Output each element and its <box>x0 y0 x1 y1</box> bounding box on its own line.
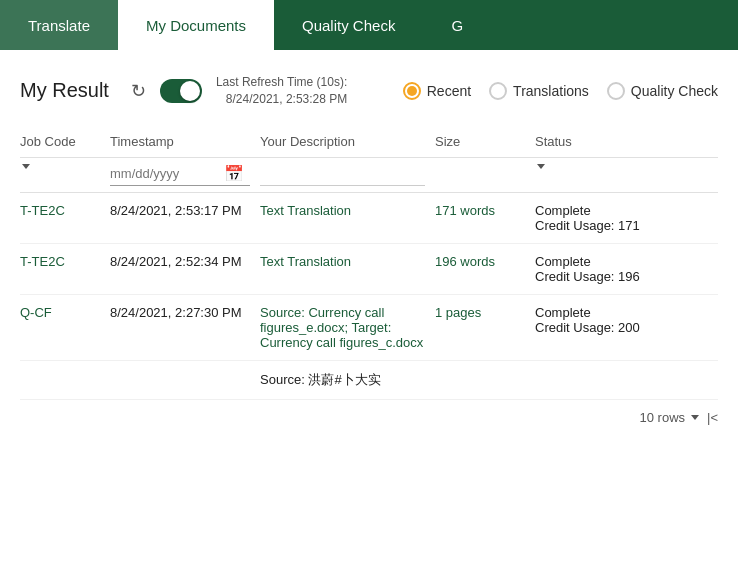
radio-quality-check-label: Quality Check <box>631 83 718 99</box>
col-header-status: Status <box>535 126 718 158</box>
job-code-value: T-TE2C <box>20 254 65 269</box>
cell-description: Source: Currency call figures_e.docx; Ta… <box>260 294 435 360</box>
refresh-time: Last Refresh Time (10s): 8/24/2021, 2:53… <box>216 74 347 108</box>
main-content: My Result ↻ Last Refresh Time (10s): 8/2… <box>0 50 738 445</box>
nav-first-page[interactable]: |< <box>707 410 718 425</box>
cell-description: Source: 洪蔚#卜大实 <box>260 360 435 399</box>
radio-quality-check-circle <box>607 82 625 100</box>
col-header-timestamp: Timestamp <box>110 126 260 158</box>
top-nav: Translate My Documents Quality Check G <box>0 0 738 50</box>
cell-job-code <box>20 360 110 399</box>
refresh-icon[interactable]: ↻ <box>131 80 146 102</box>
description-value: Source: 洪蔚#卜大实 <box>260 372 381 387</box>
nav-translate[interactable]: Translate <box>0 0 118 50</box>
cell-size <box>435 360 535 399</box>
auto-refresh-toggle[interactable] <box>160 79 202 103</box>
results-table: Job Code Timestamp Your Description Size… <box>20 126 718 400</box>
status-value: Complete <box>535 254 708 269</box>
size-value: 196 words <box>435 254 495 269</box>
table-row: T-TE2C 8/24/2021, 2:52:34 PM Text Transl… <box>20 243 718 294</box>
filter-timestamp[interactable]: 📅 <box>110 157 260 192</box>
cell-timestamp: 8/24/2021, 2:27:30 PM <box>110 294 260 360</box>
calendar-icon[interactable]: 📅 <box>224 164 244 183</box>
job-code-value: T-TE2C <box>20 203 65 218</box>
filter-description <box>260 157 435 192</box>
size-value: 171 words <box>435 203 495 218</box>
date-filter-wrap: 📅 <box>110 164 250 186</box>
filter-size <box>435 157 535 192</box>
table-filter-row: 📅 <box>20 157 718 192</box>
table-row: Q-CF 8/24/2021, 2:27:30 PM Source: Curre… <box>20 294 718 360</box>
cell-job-code: T-TE2C <box>20 192 110 243</box>
description-value: Source: Currency call figures_e.docx; Ta… <box>260 305 423 350</box>
job-code-value: Q-CF <box>20 305 52 320</box>
cell-size: 196 words <box>435 243 535 294</box>
radio-translations-circle <box>489 82 507 100</box>
toggle-thumb <box>180 81 200 101</box>
cell-size: 171 words <box>435 192 535 243</box>
chevron-down-icon <box>22 164 30 169</box>
cell-status <box>535 360 718 399</box>
status-value: Complete <box>535 305 708 320</box>
cell-size: 1 pages <box>435 294 535 360</box>
description-value: Text Translation <box>260 203 351 218</box>
credit-usage-value: Credit Usage: 200 <box>535 320 708 335</box>
filter-status[interactable] <box>535 157 718 192</box>
table-header-row: Job Code Timestamp Your Description Size… <box>20 126 718 158</box>
radio-translations-label: Translations <box>513 83 589 99</box>
radio-recent-label: Recent <box>427 83 471 99</box>
cell-timestamp: 8/24/2021, 2:52:34 PM <box>110 243 260 294</box>
table-footer: 10 rows |< <box>20 400 718 425</box>
cell-timestamp <box>110 360 260 399</box>
nav-my-documents[interactable]: My Documents <box>118 0 274 50</box>
status-value: Complete <box>535 203 708 218</box>
rows-label: 10 rows <box>640 410 686 425</box>
col-header-job-code: Job Code <box>20 126 110 158</box>
cell-status: Complete Credit Usage: 171 <box>535 192 718 243</box>
nav-quality-check[interactable]: Quality Check <box>274 0 423 50</box>
radio-recent[interactable]: Recent <box>403 82 471 100</box>
view-radio-group: Recent Translations Quality Check <box>403 82 718 100</box>
table-row: Source: 洪蔚#卜大实 <box>20 360 718 399</box>
cell-timestamp: 8/24/2021, 2:53:17 PM <box>110 192 260 243</box>
job-code-filter-dropdown[interactable] <box>20 164 100 169</box>
cell-job-code: Q-CF <box>20 294 110 360</box>
table-row: T-TE2C 8/24/2021, 2:53:17 PM Text Transl… <box>20 192 718 243</box>
rows-chevron-icon[interactable] <box>691 415 699 420</box>
rows-per-page[interactable]: 10 rows <box>640 410 700 425</box>
size-value: 1 pages <box>435 305 481 320</box>
radio-translations[interactable]: Translations <box>489 82 589 100</box>
description-value: Text Translation <box>260 254 351 269</box>
cell-description: Text Translation <box>260 192 435 243</box>
cell-status: Complete Credit Usage: 200 <box>535 294 718 360</box>
credit-usage-value: Credit Usage: 196 <box>535 269 708 284</box>
credit-usage-value: Credit Usage: 171 <box>535 218 708 233</box>
nav-g[interactable]: G <box>423 0 491 50</box>
col-header-size: Size <box>435 126 535 158</box>
cell-status: Complete Credit Usage: 196 <box>535 243 718 294</box>
result-header-row: My Result ↻ Last Refresh Time (10s): 8/2… <box>20 74 718 108</box>
date-filter-input[interactable] <box>110 166 220 181</box>
radio-quality-check[interactable]: Quality Check <box>607 82 718 100</box>
col-header-description: Your Description <box>260 126 435 158</box>
filter-job-code[interactable] <box>20 157 110 192</box>
cell-description: Text Translation <box>260 243 435 294</box>
status-filter-dropdown[interactable] <box>535 164 708 169</box>
radio-recent-circle <box>403 82 421 100</box>
cell-job-code: T-TE2C <box>20 243 110 294</box>
status-chevron-icon <box>537 164 545 169</box>
page-title: My Result <box>20 79 109 102</box>
